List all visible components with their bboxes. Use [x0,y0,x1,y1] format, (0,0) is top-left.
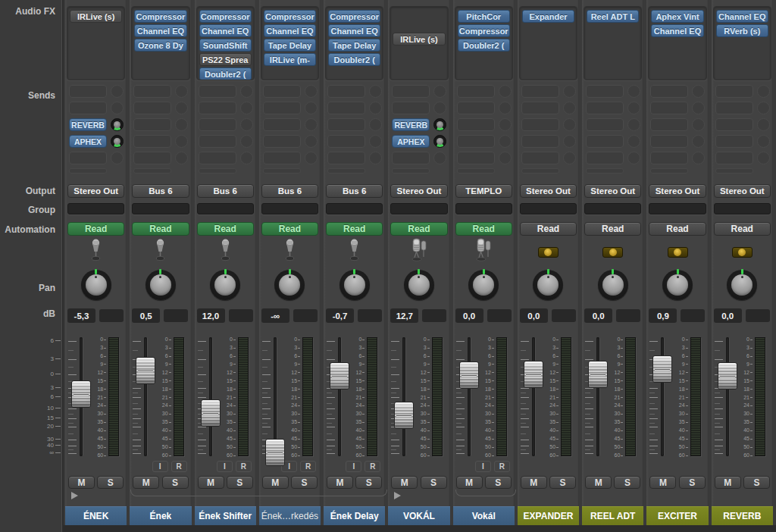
output-button[interactable]: Stereo Out [714,184,771,198]
solo-button[interactable]: S [614,476,640,489]
group-field[interactable] [455,203,512,214]
send-slot[interactable] [650,135,688,148]
output-button[interactable]: Stereo Out [390,184,447,198]
solo-button[interactable]: S [162,476,189,489]
group-field[interactable] [197,203,254,214]
send-level-knob[interactable] [240,85,253,98]
send-mini-slot[interactable] [69,168,107,174]
send-level-knob[interactable] [757,102,770,114]
solo-button[interactable]: S [743,476,770,489]
send-mini-slot[interactable] [327,168,365,174]
plugin-slot-button[interactable]: Aphex Vint [651,10,703,23]
track-name-label[interactable]: REVERB [712,506,773,525]
peak-level-field[interactable] [487,309,512,322]
output-button[interactable]: Bus 6 [197,184,254,198]
send-destination-button[interactable]: APHEX [69,135,107,148]
send-slot[interactable] [199,135,236,148]
send-destination-button[interactable]: APHEX [392,135,430,148]
send-slot[interactable] [457,85,495,98]
fader-cap[interactable] [718,362,737,390]
send-level-knob[interactable] [563,85,576,98]
send-level-knob[interactable] [369,118,382,131]
fader-track[interactable] [532,337,535,456]
send-slot[interactable] [715,118,753,131]
mute-button[interactable]: M [391,476,418,489]
send-level-knob[interactable] [240,102,253,114]
dynamic-mic-icon[interactable] [220,239,231,266]
track-name-label[interactable]: Vokál [453,506,515,525]
group-field[interactable] [520,203,577,214]
plugin-slot-button[interactable]: Compressor [458,24,510,37]
send-slot[interactable] [650,118,688,131]
fader-track[interactable] [209,337,212,456]
fader-track[interactable] [338,337,341,456]
solo-button[interactable]: S [97,476,124,489]
peak-level-field[interactable] [229,309,253,322]
send-level-knob[interactable] [499,135,512,148]
send-slot[interactable] [715,152,753,164]
send-slot[interactable] [392,152,430,164]
solo-button[interactable]: S [291,476,318,489]
send-mini-slot[interactable] [715,168,753,174]
automation-button[interactable]: Read [132,222,189,236]
pan-knob[interactable] [146,270,176,300]
output-button[interactable]: Bus 6 [326,184,383,198]
group-field[interactable] [390,203,447,214]
fader-cap[interactable] [394,402,414,429]
output-button[interactable]: Bus 6 [261,184,318,198]
pan-knob[interactable] [468,270,499,300]
send-level-knob[interactable] [369,152,382,164]
dynamic-mic-icon[interactable] [284,239,296,266]
fader-track[interactable] [468,337,471,456]
send-mini-slot[interactable] [457,168,495,174]
track-name-label[interactable]: Ének Shifter [195,506,256,525]
track-name-label[interactable]: Ének [130,506,191,525]
track-name-label[interactable]: EXPANDER [518,506,579,525]
track-name-label[interactable]: ÉNEK [65,506,127,525]
group-field[interactable] [67,203,124,214]
track-name-label[interactable]: EXCITER [646,506,708,525]
mute-button[interactable]: M [68,476,95,489]
send-level-knob[interactable] [757,85,770,98]
send-level-knob[interactable] [111,135,124,148]
send-destination-button[interactable]: REVERB [392,118,430,131]
plugin-slot-button[interactable]: Compressor [328,10,380,23]
plugin-slot-button[interactable]: IRLive (s) [70,10,122,23]
send-level-knob[interactable] [111,152,124,164]
plugin-slot-button[interactable]: Channel EQ [651,24,703,37]
track-name-label[interactable]: VOKÁL [388,506,449,525]
send-level-knob[interactable] [757,152,770,164]
send-mini-slot[interactable] [133,168,171,174]
automation-button[interactable]: Read [261,222,318,236]
send-level-knob[interactable] [692,85,705,98]
send-level-knob[interactable] [433,118,446,131]
send-slot[interactable] [715,85,753,98]
plugin-slot-button[interactable]: RVerb (s) [716,24,768,37]
send-slot[interactable] [69,85,107,98]
dynamic-mic-icon[interactable] [349,239,360,266]
send-slot[interactable] [521,102,559,114]
fader-cap[interactable] [330,362,349,390]
studio-mic-icon[interactable] [409,238,429,267]
send-slot[interactable] [715,135,753,148]
send-level-knob[interactable] [240,118,253,131]
output-button[interactable]: Stereo Out [520,184,577,198]
send-level-knob[interactable] [175,118,188,131]
send-level-knob[interactable] [305,85,318,98]
send-slot[interactable] [586,118,624,131]
input-monitor-button[interactable]: I [152,461,168,472]
send-slot[interactable] [327,152,365,164]
volume-value-field[interactable]: 0,0 [520,308,548,323]
fader-track[interactable] [402,337,405,456]
send-slot[interactable] [457,102,495,114]
plugin-slot-button[interactable]: Tape Delay [328,39,380,52]
volume-value-field[interactable]: 12,7 [390,308,418,323]
solo-button[interactable]: S [355,476,382,489]
send-slot[interactable] [521,118,559,131]
mute-button[interactable]: M [262,476,289,489]
pan-knob[interactable] [662,270,693,300]
send-slot[interactable] [521,135,559,148]
input-monitor-button[interactable]: I [217,461,233,472]
send-slot[interactable] [327,102,365,114]
volume-value-field[interactable]: 0,0 [455,308,483,323]
